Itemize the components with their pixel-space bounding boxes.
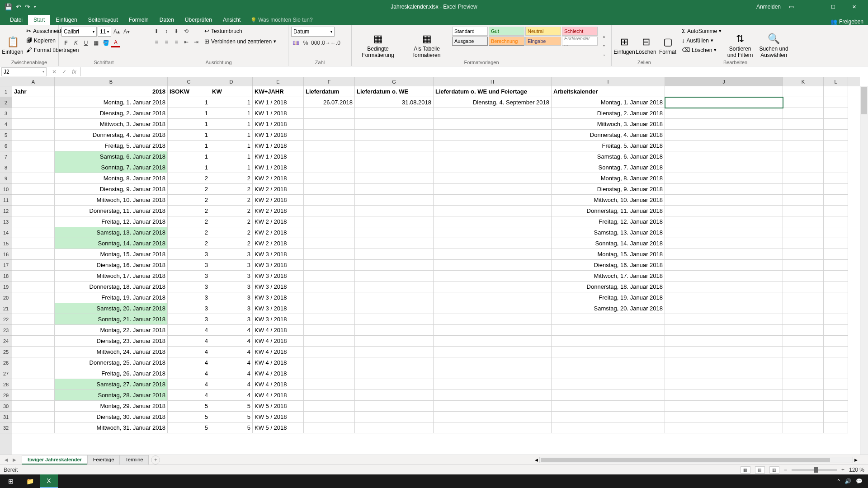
cell-E10[interactable]: KW 2 / 2018 [253,184,304,195]
cell-B5[interactable]: Donnerstag, 4. Januar 2018 [55,130,168,141]
cell-H20[interactable] [434,292,552,303]
cell-F16[interactable] [304,249,355,260]
grid[interactable]: Jahr2018ISOKWKWKW+JAHRLieferdatumLieferd… [12,86,860,455]
cell-K22[interactable] [783,314,824,325]
cell-I18[interactable]: Mittwoch, 17. Januar 2018 [552,271,665,282]
column-header-A[interactable]: A [12,77,55,86]
cell-I12[interactable]: Donnerstag, 11. Januar 2018 [552,206,665,216]
cell-B27[interactable]: Freitag, 26. Januar 2018 [55,368,168,379]
ribbon-tab-ansicht[interactable]: Ansicht [217,15,246,25]
cell-F12[interactable] [304,206,355,216]
cell-L31[interactable] [824,412,848,422]
cell-D7[interactable]: 1 [210,151,253,162]
row-header-2[interactable]: 2 [0,97,12,108]
cell-F15[interactable] [304,238,355,249]
sheet-tab-2[interactable]: Termine [119,455,149,465]
cell-C32[interactable]: 5 [168,422,210,433]
cell-B9[interactable]: Montag, 8. Januar 2018 [55,173,168,184]
cell-J9[interactable] [665,173,783,184]
cell-F14[interactable] [304,227,355,238]
cell-B25[interactable]: Mittwoch, 24. Januar 2018 [55,347,168,357]
cell-L7[interactable] [824,151,848,162]
cell-D30[interactable]: 5 [210,401,253,412]
scroll-right-icon[interactable]: ▶ [853,458,859,462]
cell-D23[interactable]: 4 [210,325,253,336]
cell-E2[interactable]: KW 1 / 2018 [253,97,304,108]
cell-I22[interactable] [552,314,665,325]
cell-F31[interactable] [304,412,355,422]
style-berechnung[interactable]: Berechnung [489,37,524,46]
cell-L4[interactable] [824,119,848,130]
cell-I24[interactable] [552,336,665,347]
cell-D21[interactable]: 3 [210,303,253,314]
cell-G15[interactable] [355,238,434,249]
cell-K29[interactable] [783,390,824,401]
cell-L18[interactable] [824,271,848,282]
cell-D31[interactable]: 5 [210,412,253,422]
cell-E3[interactable]: KW 1 / 2018 [253,108,304,119]
insert-function-button[interactable]: fx [70,67,79,76]
cell-L23[interactable] [824,325,848,336]
cell-C13[interactable]: 2 [168,216,210,227]
cell-G29[interactable] [355,390,434,401]
page-break-view-button[interactable]: ▥ [769,466,779,474]
cell-I13[interactable]: Freitag, 12. Januar 2018 [552,216,665,227]
cell-D22[interactable]: 3 [210,314,253,325]
cell-F26[interactable] [304,357,355,368]
row-header-9[interactable]: 9 [0,173,12,184]
cell-I32[interactable] [552,422,665,433]
cell-E25[interactable]: KW 4 / 2018 [253,347,304,357]
cell-D15[interactable]: 2 [210,238,253,249]
cell-H32[interactable] [434,422,552,433]
cell-G12[interactable] [355,206,434,216]
cell-F32[interactable] [304,422,355,433]
align-left-button[interactable]: ≡ [152,38,161,47]
cell-I15[interactable]: Sonntag, 14. Januar 2018 [552,238,665,249]
delete-cells-button[interactable]: ⊟Löschen [636,27,656,64]
cell-L14[interactable] [824,227,848,238]
cell-B30[interactable]: Montag, 29. Januar 2018 [55,401,168,412]
cell-D3[interactable]: 1 [210,108,253,119]
row-header-19[interactable]: 19 [0,282,12,292]
cell-G3[interactable] [355,108,434,119]
cell-D19[interactable]: 3 [210,282,253,292]
wrap-text-button[interactable]: ↩Textumbruch [203,27,278,35]
ribbon-tab-datei[interactable]: Datei [5,15,28,25]
cell-E15[interactable]: KW 2 / 2018 [253,238,304,249]
cell-E17[interactable]: KW 3 / 2018 [253,260,304,271]
cell-A6[interactable] [12,141,55,151]
cell-I10[interactable]: Dienstag, 9. Januar 2018 [552,184,665,195]
cell-L8[interactable] [824,162,848,173]
border-button[interactable]: ▦ [91,38,100,47]
cell-J8[interactable] [665,162,783,173]
cell-B32[interactable]: Mittwoch, 31. Januar 2018 [55,422,168,433]
cell-A3[interactable] [12,108,55,119]
cell-H25[interactable] [434,347,552,357]
cell-K13[interactable] [783,216,824,227]
cell-C20[interactable]: 3 [168,292,210,303]
cell-H18[interactable] [434,271,552,282]
cell-E26[interactable]: KW 4 / 2018 [253,357,304,368]
align-right-button[interactable]: ≡ [172,38,181,47]
row-header-27[interactable]: 27 [0,368,12,379]
cell-D32[interactable]: 5 [210,422,253,433]
normal-view-button[interactable]: ▦ [741,466,750,474]
align-top-button[interactable]: ⬆ [152,27,161,36]
cell-K4[interactable] [783,119,824,130]
cell-L5[interactable] [824,130,848,141]
ribbon-tab-überprüfen[interactable]: Überprüfen [179,15,217,25]
cell-J32[interactable] [665,422,783,433]
tab-nav-next[interactable]: ▶ [11,456,18,464]
cell-C15[interactable]: 2 [168,238,210,249]
cell-F21[interactable] [304,303,355,314]
cell-J13[interactable] [665,216,783,227]
autosum-button[interactable]: ΣAutoSumme ▾ [680,27,723,35]
cell-H24[interactable] [434,336,552,347]
cell-B13[interactable]: Freitag, 12. Januar 2018 [55,216,168,227]
cell-G8[interactable] [355,162,434,173]
cell-A15[interactable] [12,238,55,249]
cell-G25[interactable] [355,347,434,357]
style-neutral[interactable]: Neutral [525,27,561,36]
share-button[interactable]: 👥Freigeben [830,19,863,25]
cell-L19[interactable] [824,282,848,292]
